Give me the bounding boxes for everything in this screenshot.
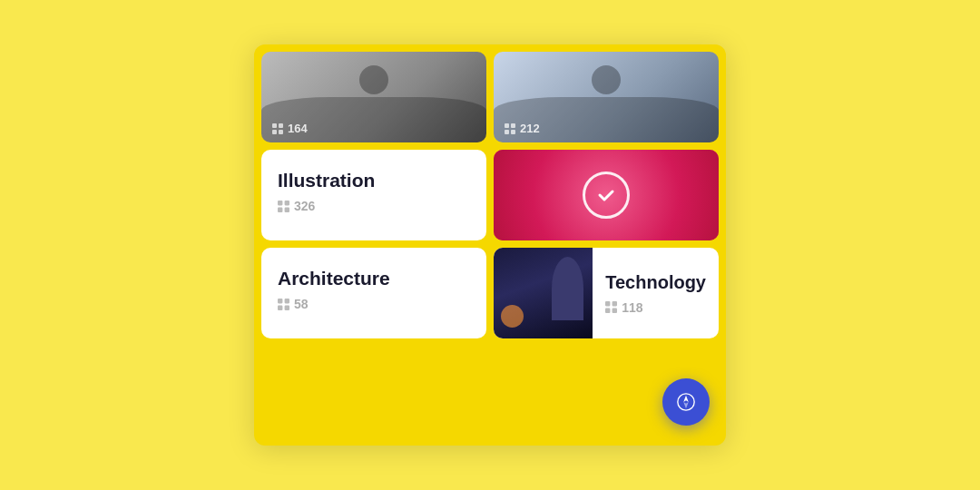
svg-rect-0 — [272, 123, 277, 128]
count-overlay-1: 212 — [505, 122, 540, 135]
svg-rect-4 — [505, 123, 509, 128]
technology-count: 118 — [622, 300, 642, 315]
technology-image — [494, 248, 593, 338]
check-circle — [583, 172, 630, 219]
compass-icon — [676, 392, 696, 412]
technology-title: Technology — [605, 272, 706, 293]
grid-icon — [272, 123, 283, 134]
card-title: Architecture — [278, 268, 470, 289]
count-overlay-0: 164 — [272, 122, 308, 135]
svg-rect-10 — [278, 207, 282, 211]
technology-text: Technology 118 — [593, 248, 719, 338]
svg-marker-22 — [683, 402, 689, 408]
main-panel: 164 212 Illustration — [254, 44, 726, 446]
checkmark-icon — [595, 184, 617, 206]
category-grid: 164 212 Illustration — [254, 44, 726, 346]
card-title: Illustration — [278, 170, 470, 191]
svg-marker-21 — [683, 396, 689, 402]
grid-icon — [278, 299, 289, 310]
svg-rect-5 — [511, 123, 515, 128]
svg-rect-3 — [279, 130, 283, 134]
grid-icon — [605, 301, 617, 313]
fab-button[interactable] — [662, 378, 710, 426]
card-count-row: 58 — [278, 297, 470, 311]
svg-rect-14 — [278, 305, 282, 309]
category-card-4[interactable]: Architecture 58 — [261, 248, 486, 338]
category-card-0[interactable]: 164 — [261, 52, 486, 142]
count-text: 212 — [520, 122, 540, 135]
bottom-space — [254, 346, 726, 446]
svg-rect-9 — [285, 201, 289, 205]
count-value: 326 — [294, 199, 315, 213]
svg-rect-6 — [505, 130, 509, 134]
card-count-row: 326 — [278, 199, 470, 213]
svg-rect-17 — [612, 301, 617, 306]
svg-rect-15 — [285, 305, 289, 309]
svg-rect-7 — [511, 130, 515, 134]
svg-rect-18 — [605, 309, 610, 313]
grid-icon — [278, 201, 289, 212]
svg-rect-13 — [285, 299, 289, 303]
technology-count-row: 118 — [605, 300, 706, 315]
svg-rect-1 — [279, 123, 283, 128]
count-text: 164 — [288, 122, 308, 135]
svg-rect-2 — [272, 130, 277, 134]
svg-rect-12 — [278, 299, 282, 303]
svg-rect-16 — [605, 301, 610, 306]
svg-rect-11 — [285, 207, 289, 211]
svg-rect-8 — [278, 201, 282, 205]
svg-rect-19 — [612, 309, 617, 313]
category-card-2[interactable]: Illustration 326 — [261, 150, 486, 240]
category-card-1[interactable]: 212 — [494, 52, 719, 142]
category-card-3[interactable] — [494, 150, 719, 240]
grid-icon — [505, 123, 515, 134]
count-value: 58 — [294, 297, 309, 311]
category-card-5[interactable]: Technology 118 — [494, 248, 719, 338]
